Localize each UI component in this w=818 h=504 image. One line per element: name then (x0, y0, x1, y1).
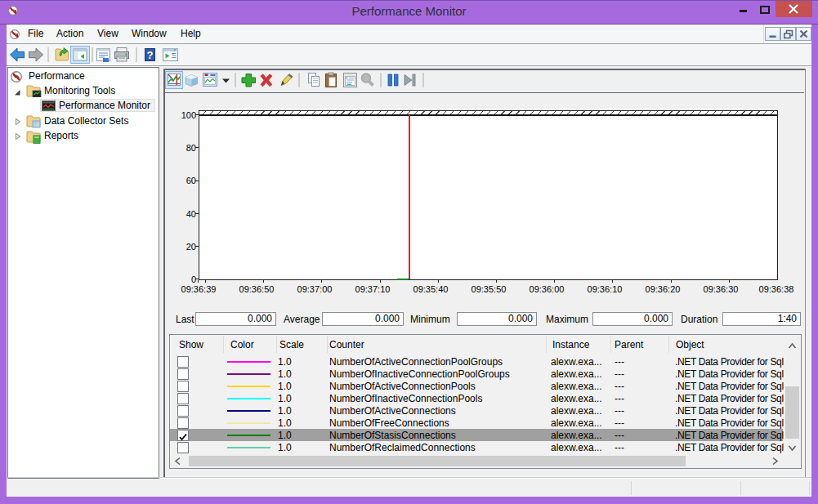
svg-text:?: ? (147, 49, 154, 61)
